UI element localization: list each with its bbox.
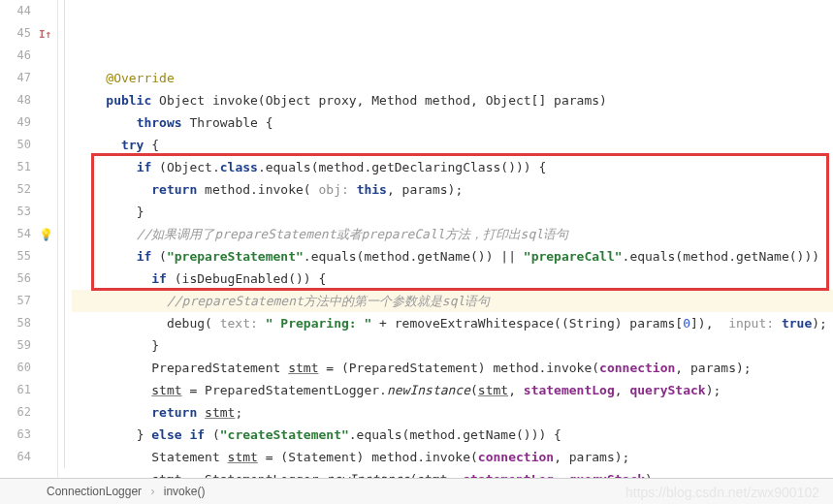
code-line[interactable]: if ("prepareStatement".equals(method.get…: [72, 245, 833, 268]
code-line[interactable]: }: [72, 334, 833, 357]
code-line[interactable]: Statement stmt = (Statement) method.invo…: [72, 446, 833, 468]
breadcrumb-item[interactable]: ConnectionLogger: [47, 485, 142, 498]
code-line[interactable]: PreparedStatement stmt = (PreparedStatem…: [72, 357, 833, 379]
code-line[interactable]: stmt = StatementLogger.newInstance(stmt,…: [72, 468, 833, 478]
code-line[interactable]: stmt = PreparedStatementLogger.newInstan…: [72, 379, 833, 401]
code-line[interactable]: }: [72, 201, 833, 223]
code-area[interactable]: @Override public Object invoke(Object pr…: [72, 0, 833, 478]
code-line[interactable]: debug( text: " Preparing: " + removeExtr…: [72, 312, 833, 334]
code-line[interactable]: public Object invoke(Object proxy, Metho…: [72, 89, 833, 111]
code-line[interactable]: if (isDebugEnabled()) {: [72, 268, 833, 290]
breadcrumb-item[interactable]: invoke(): [164, 485, 206, 498]
lightbulb-icon[interactable]: 💡: [39, 223, 53, 245]
code-line[interactable]: try {: [72, 134, 833, 156]
code-line[interactable]: } else if ("createStatement".equals(meth…: [72, 424, 833, 446]
code-line[interactable]: if (Object.class.equals(method.getDeclar…: [72, 156, 833, 178]
line-number-gutter: 4445464748495051525354555657585960616263…: [0, 0, 37, 478]
code-line[interactable]: return method.invoke( obj: this, params)…: [72, 178, 833, 201]
fold-gutter: [58, 0, 72, 478]
code-line[interactable]: //prepareStatement方法中的第一个参数就是sql语句: [72, 290, 833, 312]
marker-gutter: I↑💡: [37, 0, 58, 478]
code-line[interactable]: //如果调用了prepareStatement或者prepareCall方法，打…: [72, 223, 833, 245]
implement-arrow-icon[interactable]: I↑: [39, 22, 51, 45]
chevron-right-icon: ›: [150, 485, 154, 498]
code-line[interactable]: @Override: [72, 67, 833, 89]
editor-viewport: 4445464748495051525354555657585960616263…: [0, 0, 833, 479]
code-line[interactable]: return stmt;: [72, 401, 833, 424]
code-line[interactable]: throws Throwable {: [72, 111, 833, 134]
breadcrumb[interactable]: ConnectionLogger › invoke(): [0, 479, 833, 504]
